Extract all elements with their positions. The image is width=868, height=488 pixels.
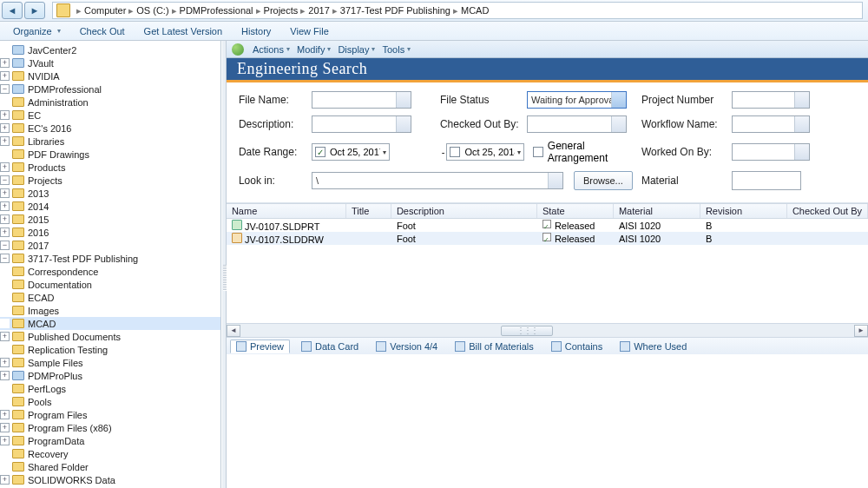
material-input[interactable] — [732, 171, 801, 190]
label-description: Description: — [239, 118, 312, 130]
tree-item[interactable]: Projects — [28, 175, 62, 186]
globe-icon — [232, 43, 244, 56]
tree-item[interactable]: SOLIDWORKS Data — [28, 475, 115, 485]
table-row[interactable]: JV-0107.SLDDRWFootReleasedAISI 1020B — [227, 232, 868, 245]
breadcrumb[interactable]: 2017 — [308, 5, 329, 16]
breadcrumb[interactable]: 3717-Test PDF Publishing — [340, 5, 450, 16]
tab-bom[interactable]: Bill of Materials — [449, 340, 540, 353]
tree-item[interactable]: Correspondence — [28, 267, 98, 277]
breadcrumb[interactable]: MCAD — [461, 5, 489, 16]
tree-item[interactable]: PDMProPlus — [28, 371, 82, 381]
browse-button[interactable]: Browse... — [574, 171, 633, 190]
tab-preview[interactable]: Preview — [230, 340, 290, 353]
tree-item[interactable]: JVault — [28, 58, 54, 69]
tree-item[interactable]: PDF Drawings — [28, 149, 89, 160]
history-button[interactable]: History — [233, 23, 279, 39]
tab-datacard[interactable]: Data Card — [295, 340, 365, 353]
search-banner: Engineering Search — [227, 58, 868, 82]
tab-contains[interactable]: Contains — [545, 340, 608, 353]
tree-item[interactable]: 2013 — [28, 188, 49, 199]
tree-item[interactable]: Program Files — [28, 410, 87, 420]
checkout-button[interactable]: Check Out — [72, 23, 133, 39]
tree-item[interactable]: Administration — [28, 97, 89, 108]
tree-item[interactable]: Libraries — [28, 136, 64, 147]
nav-forward-button[interactable]: ► — [24, 2, 45, 19]
tree-item[interactable]: Shared Folder — [28, 462, 89, 472]
description-combo[interactable] — [312, 115, 411, 133]
lookin-combo[interactable]: \ — [312, 172, 563, 189]
col-checkedoutby[interactable]: Checked Out By — [787, 204, 868, 218]
actions-menu[interactable]: Actions — [249, 43, 293, 56]
h-scrollbar[interactable]: ◄ ► — [227, 323, 868, 337]
tree-item[interactable]: Pools — [28, 397, 52, 407]
col-title[interactable]: Title — [346, 204, 391, 218]
tab-version[interactable]: Version 4/4 — [370, 340, 444, 353]
search-form: File Name: File Status Waiting for Appro… — [227, 82, 868, 203]
label-daterange: Date Range: — [239, 146, 312, 158]
tree-item[interactable]: 2017 — [28, 241, 49, 251]
tree-item[interactable]: Published Documents — [28, 332, 121, 342]
breadcrumb[interactable]: Computer — [84, 5, 126, 16]
tree-item[interactable]: Replication Testing — [28, 345, 108, 355]
expand-toggle[interactable]: + — [0, 58, 10, 68]
tree-item[interactable]: ProgramData — [28, 436, 84, 446]
col-name[interactable]: Name — [227, 204, 346, 218]
tree-item[interactable]: 2014 — [28, 201, 49, 212]
breadcrumb-path[interactable]: ▸ Computer▸ OS (C:)▸ PDMProfessional▸ Pr… — [52, 2, 863, 19]
get-latest-button[interactable]: Get Latest Version — [136, 23, 231, 39]
tree-item[interactable]: PDMProfessional — [28, 84, 102, 95]
date-from[interactable]: ▾ — [312, 143, 390, 161]
label-filestatus: File Status — [440, 94, 527, 106]
search-results: Name Title Description State Material Re… — [227, 203, 868, 337]
tree-item[interactable]: Images — [28, 306, 59, 316]
tree-item[interactable]: JavCenter2 — [28, 45, 76, 56]
scroll-thumb[interactable] — [501, 326, 553, 336]
col-description[interactable]: Description — [391, 204, 537, 218]
tree-item[interactable]: 2016 — [28, 228, 49, 238]
display-menu[interactable]: Display — [334, 43, 378, 56]
tree-item[interactable]: EC — [28, 110, 41, 121]
tools-menu[interactable]: Tools — [378, 43, 414, 56]
col-material[interactable]: Material — [614, 204, 700, 218]
nav-back-button[interactable]: ◄ — [2, 2, 23, 19]
tree-item[interactable]: ECAD — [28, 293, 55, 303]
filename-combo[interactable] — [312, 91, 411, 109]
table-row[interactable]: JV-0107.SLDPRTFootReleasedAISI 1020B — [227, 219, 868, 232]
checkedoutby-combo[interactable] — [527, 115, 627, 133]
file-icon — [232, 220, 242, 230]
workedon-combo[interactable] — [732, 143, 810, 161]
tree-item[interactable]: 2015 — [28, 214, 49, 225]
tab-whereused[interactable]: Where Used — [614, 340, 693, 353]
folder-tree[interactable]: JavCenter2 +JVault +NVIDIA −PDMProfessio… — [0, 41, 221, 488]
modify-menu[interactable]: Modify — [293, 43, 334, 56]
tree-item[interactable]: Program Files (x86) — [28, 423, 112, 433]
label-workedon: Worked On By: — [641, 146, 732, 158]
organize-menu[interactable]: Organize — [5, 23, 69, 39]
view-file-button[interactable]: View File — [282, 23, 336, 39]
label-checkedoutby: Checked Out By: — [440, 118, 527, 130]
tree-item[interactable]: Products — [28, 162, 65, 173]
filestatus-combo[interactable]: Waiting for Approval — [527, 91, 627, 109]
tree-item[interactable]: NVIDIA — [28, 71, 60, 82]
scroll-left-icon[interactable]: ◄ — [227, 325, 240, 337]
tree-item[interactable]: 3717-Test PDF Publishing — [28, 254, 138, 264]
col-state[interactable]: State — [537, 204, 614, 218]
breadcrumb[interactable]: Projects — [264, 5, 299, 16]
date-to[interactable]: ▾ — [446, 143, 524, 161]
state-icon — [542, 220, 551, 228]
tree-item[interactable]: Documentation — [28, 280, 92, 290]
projectno-combo[interactable] — [732, 91, 810, 109]
tree-item[interactable]: EC's 2016 — [28, 123, 71, 134]
genarr-checkbox[interactable] — [533, 147, 542, 157]
results-header[interactable]: Name Title Description State Material Re… — [227, 203, 868, 219]
tree-item-selected[interactable]: MCAD — [28, 319, 56, 329]
tree-item[interactable]: Recovery — [28, 449, 68, 459]
tree-item[interactable]: Sample Files — [28, 358, 83, 368]
bom-icon — [455, 341, 465, 352]
breadcrumb[interactable]: PDMProfessional — [180, 5, 253, 16]
scroll-right-icon[interactable]: ► — [854, 325, 868, 337]
workflow-combo[interactable] — [732, 115, 810, 133]
col-revision[interactable]: Revision — [700, 204, 787, 218]
breadcrumb[interactable]: OS (C:) — [136, 5, 168, 16]
tree-item[interactable]: PerfLogs — [28, 384, 66, 394]
